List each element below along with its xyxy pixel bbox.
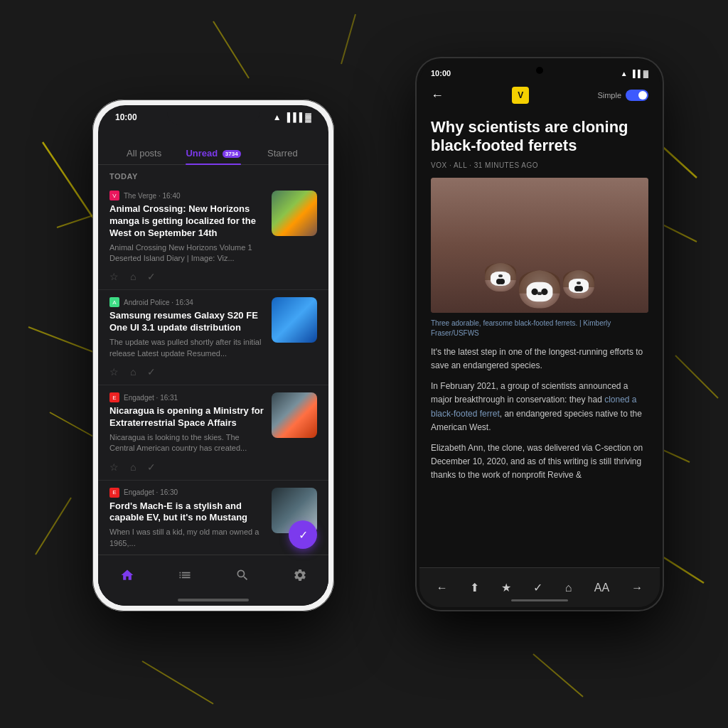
simple-label: Simple bbox=[597, 91, 621, 100]
fab-check[interactable]: ✓ bbox=[289, 520, 317, 549]
tag-action-2[interactable]: ⌂ bbox=[130, 366, 136, 378]
android-battery-icon: ▓ bbox=[643, 70, 648, 77]
iphone-device: 10:00 ▲ ▐▐▐ ▓ All posts Unread 3734 Star… bbox=[92, 100, 334, 611]
iphone-time: 10:00 bbox=[115, 112, 137, 122]
article-title: Why scientists are cloning black-footed … bbox=[431, 118, 648, 156]
android-icon: A bbox=[109, 297, 119, 307]
engadget-source-1: Engadget · 16:31 bbox=[124, 394, 178, 402]
feed-item-verge[interactable]: V The Verge · 16:40 Animal Crossing: New… bbox=[98, 183, 328, 290]
feed-item-android[interactable]: A Android Police · 16:34 Samsung resumes… bbox=[98, 290, 328, 385]
article-body-1: It's the latest step in one of the longe… bbox=[431, 346, 648, 373]
android-signal-icon: ▐▐ bbox=[631, 70, 641, 77]
verge-excerpt: Animal Crossing New Horizons Volume 1 De… bbox=[109, 242, 264, 264]
android-status-icons: ▲ ▐▐ ▓ bbox=[621, 70, 648, 77]
bookmark-icon[interactable]: ★ bbox=[501, 581, 511, 594]
android-device: 10:00 ▲ ▐▐ ▓ ← V Simple Why scientists a… bbox=[415, 57, 664, 611]
android-camera bbox=[536, 67, 543, 74]
android-excerpt: The update was pulled shortly after its … bbox=[109, 337, 264, 359]
check-action-3[interactable]: ✓ bbox=[147, 461, 156, 473]
signal-icon: ▐▐▐ bbox=[284, 112, 303, 122]
android-screen: 10:00 ▲ ▐▐ ▓ ← V Simple Why scientists a… bbox=[419, 61, 660, 607]
tabs-bar: All posts Unread 3734 Starred bbox=[98, 136, 328, 165]
svg-line-9 bbox=[675, 355, 718, 398]
tab-starred[interactable]: Starred bbox=[248, 142, 317, 164]
iphone-content: All posts Unread 3734 Starred TODAY bbox=[98, 136, 328, 606]
verge-icon: V bbox=[109, 191, 119, 200]
engadget-title-2: Ford's Mach-E is a stylish and capable E… bbox=[109, 500, 264, 525]
feed-item-engadget1[interactable]: E Engadget · 16:31 Nicaragua is opening … bbox=[98, 385, 328, 481]
nav-home[interactable] bbox=[120, 568, 134, 582]
tab-unread[interactable]: Unread 3734 bbox=[178, 142, 247, 164]
check-action-1[interactable]: ✓ bbox=[147, 271, 156, 282]
tag-action-3[interactable]: ⌂ bbox=[130, 461, 136, 473]
tab-all-posts[interactable]: All posts bbox=[109, 142, 178, 164]
engadget-source-2: Engadget · 16:30 bbox=[124, 488, 178, 496]
android-thumb bbox=[272, 297, 317, 343]
nav-settings[interactable] bbox=[293, 568, 307, 582]
home-indicator bbox=[178, 599, 249, 601]
svg-line-11 bbox=[341, 14, 355, 64]
android-title: Samsung resumes Galaxy S20 FE One UI 3.1… bbox=[109, 310, 264, 334]
tag-icon[interactable]: ⌂ bbox=[565, 582, 572, 594]
battery-icon: ▓ bbox=[305, 112, 311, 122]
back-button[interactable]: ← bbox=[431, 88, 444, 103]
engadget-icon-2: E bbox=[109, 488, 119, 498]
article-meta: VOX · ALL · 31 MINUTES AGO bbox=[431, 161, 648, 169]
wifi-icon: ▲ bbox=[273, 112, 282, 122]
engadget-title-1: Nicaragua is opening a Ministry for Extr… bbox=[109, 405, 264, 429]
engadget-excerpt-1: Nicaragua is looking to the skies. The C… bbox=[109, 432, 264, 454]
check-action-2[interactable]: ✓ bbox=[147, 366, 156, 378]
iphone-notch bbox=[167, 105, 259, 125]
nav-list[interactable] bbox=[178, 568, 192, 582]
android-wifi-icon: ▲ bbox=[621, 70, 628, 77]
toggle-switch[interactable] bbox=[626, 90, 648, 101]
engadget-thumb-1 bbox=[272, 392, 317, 438]
iphone-status-icons: ▲ ▐▐▐ ▓ bbox=[273, 112, 311, 122]
svg-line-4 bbox=[36, 498, 71, 555]
section-today: TODAY bbox=[98, 165, 328, 183]
verge-source: The Verge · 16:40 bbox=[124, 192, 181, 200]
tag-action-1[interactable]: ⌂ bbox=[130, 271, 136, 282]
svg-line-10 bbox=[213, 21, 249, 78]
bottom-back-icon[interactable]: ← bbox=[437, 582, 448, 594]
android-time: 10:00 bbox=[431, 69, 451, 77]
svg-line-12 bbox=[142, 661, 213, 704]
bottom-forward-icon[interactable]: → bbox=[631, 582, 643, 594]
nav-search[interactable] bbox=[235, 568, 250, 582]
feed-list: TODAY V The Verge · 16:40 Animal Crossin… bbox=[98, 165, 328, 557]
star-action-3[interactable]: ☆ bbox=[109, 461, 119, 473]
nav-indicator bbox=[511, 599, 568, 601]
check-icon[interactable]: ✓ bbox=[533, 581, 542, 594]
engadget-icon-1: E bbox=[109, 392, 119, 402]
article-body-3: Elizabeth Ann, the clone, was delivered … bbox=[431, 441, 648, 483]
star-action-1[interactable]: ☆ bbox=[109, 271, 119, 282]
star-action-2[interactable]: ☆ bbox=[109, 366, 119, 378]
simple-toggle[interactable]: Simple bbox=[597, 90, 648, 101]
android-source: Android Police · 16:34 bbox=[124, 299, 193, 306]
article-link[interactable]: cloned a black-footed ferret bbox=[431, 395, 637, 418]
vox-logo: V bbox=[512, 87, 529, 104]
android-header: ← V Simple bbox=[419, 81, 660, 109]
article-hero-image bbox=[431, 178, 648, 313]
engadget-excerpt-2: When I was still a kid, my old man owned… bbox=[109, 527, 264, 549]
unread-badge: 3734 bbox=[223, 150, 241, 158]
verge-thumb bbox=[272, 191, 317, 236]
verge-title: Animal Crossing: New Horizons manga is g… bbox=[109, 203, 264, 240]
article-caption: Three adorable, fearsome black-footed fe… bbox=[431, 318, 648, 338]
article-content: Why scientists are cloning black-footed … bbox=[419, 109, 660, 498]
iphone-screen: 10:00 ▲ ▐▐▐ ▓ All posts Unread 3734 Star… bbox=[98, 105, 328, 606]
android-bottom-bar: ← ⬆ ★ ✓ ⌂ AA → bbox=[419, 567, 660, 607]
share-icon[interactable]: ⬆ bbox=[470, 581, 479, 594]
bottom-navigation bbox=[98, 555, 328, 606]
svg-line-13 bbox=[533, 654, 583, 697]
article-body-2: In February 2021, a group of scientists … bbox=[431, 380, 648, 434]
font-size-icon[interactable]: AA bbox=[594, 582, 609, 594]
